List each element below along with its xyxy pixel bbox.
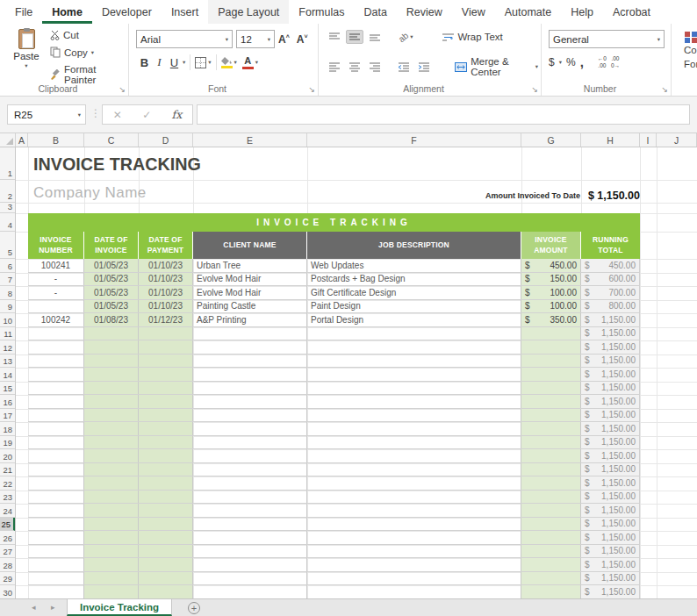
cell-payment-date[interactable] [139,409,193,422]
paste-button[interactable]: Paste ▾ [7,29,46,69]
percent-style-button[interactable]: % [566,56,576,68]
cell-job-description[interactable] [307,449,521,462]
comma-style-button[interactable]: , [580,54,584,69]
decrease-indent-button[interactable] [395,60,413,74]
cell-invoice-date[interactable] [84,531,139,544]
row-header-20[interactable]: 20 [0,449,15,463]
row-header-21[interactable]: 21 [0,463,15,477]
underline-dropdown-icon[interactable]: ▾ [183,59,185,66]
cell-client-name[interactable] [193,368,307,381]
font-family-select[interactable]: Arial▾ [136,30,233,48]
cell-payment-date[interactable]: 01/12/23 [139,313,193,326]
number-dialog-launcher-icon[interactable]: ↘ [661,86,668,94]
prev-sheet-icon[interactable]: ◂ [32,603,36,612]
cell-payment-date[interactable] [139,476,193,490]
cell-running-total[interactable]: $1,150.00 [581,368,640,381]
cell-job-description[interactable] [307,382,521,395]
cell-payment-date[interactable] [139,340,193,354]
cell-invoice-number[interactable] [28,558,84,571]
cell-payment-date[interactable] [139,368,193,381]
cell-running-total[interactable]: $1,150.00 [581,518,640,531]
row-header-17[interactable]: 17 [0,409,15,423]
font-size-select[interactable]: 12▾ [236,30,275,48]
row-header-12[interactable]: 12 [0,340,15,355]
cell-invoice-date[interactable] [84,545,139,558]
row-header-23[interactable]: 23 [0,491,15,505]
name-box-dropdown-icon[interactable]: ▾ [78,111,81,118]
column-header-H[interactable]: H [581,133,640,147]
row-header-3[interactable]: 3 [0,203,15,213]
cell-running-total[interactable]: $1,150.00 [581,409,640,422]
cell-invoice-number[interactable] [28,518,84,531]
copy-dropdown-icon[interactable]: ▾ [91,49,94,56]
cell-job-description[interactable] [307,340,521,354]
cell-invoice-number[interactable] [28,572,84,585]
cell-job-description[interactable] [307,491,521,504]
cell-payment-date[interactable] [139,585,193,598]
column-header-I[interactable]: I [640,133,657,147]
increase-decimal-button[interactable]: ←0.00 [598,55,607,68]
cell-client-name[interactable]: A&P Printing [193,313,307,326]
cell-payment-date[interactable] [139,504,193,517]
row-header-16[interactable]: 16 [0,395,15,409]
cell-running-total[interactable]: $1,150.00 [581,436,640,449]
cell-invoice-number[interactable]: 100241 [28,259,84,272]
cell-running-total[interactable]: $450.00 [581,259,640,272]
cell-invoice-amount[interactable] [521,368,581,381]
cell-payment-date[interactable] [139,531,193,544]
cell-job-description[interactable]: Postcards + Bag Design [307,273,521,286]
cell-invoice-amount[interactable] [521,436,581,449]
italic-button[interactable]: I [153,55,166,69]
cell-invoice-date[interactable] [84,355,139,368]
cell-invoice-date[interactable] [84,436,139,449]
cell-invoice-number[interactable] [28,491,84,504]
align-left-button[interactable] [326,60,343,74]
cell-payment-date[interactable] [139,558,193,571]
row-header-10[interactable]: 10 [0,313,15,327]
cell-invoice-number[interactable] [28,327,84,340]
cell-invoice-number[interactable]: 100242 [28,313,84,326]
cell-invoice-number[interactable] [28,585,84,598]
cell-invoice-number[interactable] [28,531,84,544]
name-box[interactable]: R25 ▾ [7,104,86,125]
row-header-4[interactable]: 4 [0,213,15,232]
align-center-button[interactable] [346,60,363,74]
cell-job-description[interactable] [307,355,521,368]
table-column-header[interactable]: DATE OF PAYMENT [139,232,193,259]
cell-invoice-number[interactable] [28,463,84,476]
cell-invoice-date[interactable] [84,449,139,462]
cell-payment-date[interactable] [139,572,193,585]
cut-button[interactable]: Cut [47,28,128,42]
row-header-14[interactable]: 14 [0,368,15,382]
cell-invoice-date[interactable] [84,395,139,408]
cell-invoice-date[interactable] [84,572,139,585]
cell-job-description[interactable] [307,409,521,422]
menu-tab-file[interactable]: File [5,0,42,24]
menu-tab-developer[interactable]: Developer [92,0,162,24]
cell-running-total[interactable]: $1,150.00 [581,340,640,354]
cell-invoice-date[interactable] [84,382,139,395]
cell-invoice-number[interactable] [28,545,84,558]
column-header-G[interactable]: G [521,133,581,147]
cell-invoice-date[interactable] [84,327,139,340]
cell-client-name[interactable] [193,395,307,408]
cell-payment-date[interactable] [139,422,193,435]
cell-invoice-number[interactable] [28,436,84,449]
cell-invoice-number[interactable] [28,409,84,422]
cell-invoice-amount[interactable] [521,355,581,368]
row-header-18[interactable]: 18 [0,422,15,436]
clipboard-dialog-launcher-icon[interactable]: ↘ [119,86,126,94]
cell-payment-date[interactable] [139,463,193,476]
cell-running-total[interactable]: $800.00 [581,300,640,313]
cell-invoice-amount[interactable] [521,463,581,476]
cell-job-description[interactable] [307,531,521,544]
row-header-25[interactable]: 25 [0,518,15,532]
row-header-15[interactable]: 15 [0,382,15,396]
cell-invoice-amount[interactable] [521,558,581,571]
cell-invoice-amount[interactable] [521,449,581,462]
column-header-C[interactable]: C [84,133,139,147]
row-header-7[interactable]: 7 [0,273,15,287]
cell-client-name[interactable] [193,449,307,462]
fill-color-dropdown-icon[interactable]: ▾ [234,59,237,66]
cell-client-name[interactable] [193,531,307,544]
